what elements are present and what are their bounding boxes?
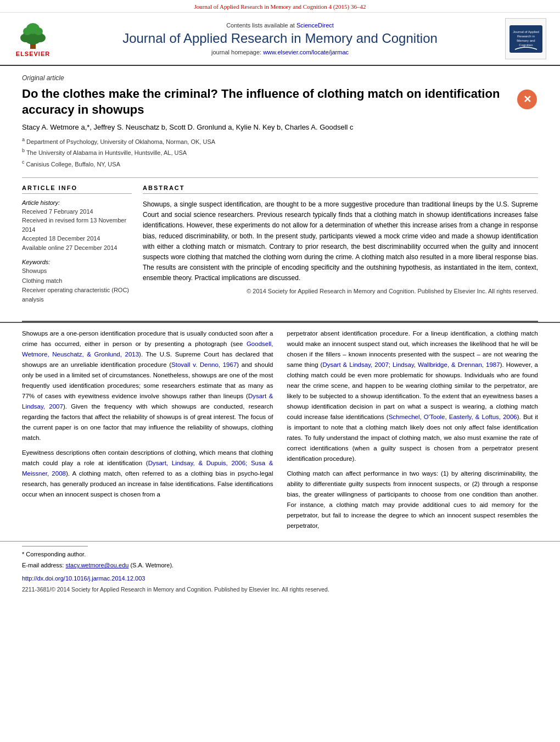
authors-line: Stacy A. Wetmore a,*, Jeffrey S. Neuscha… <box>22 123 538 131</box>
journal-header: ELSEVIER Contents lists available at Sci… <box>0 13 560 66</box>
svg-text:Cognition: Cognition <box>519 43 533 47</box>
online-date: Available online 27 December 2014 <box>22 243 132 253</box>
email-link[interactable]: stacy.wetmore@ou.edu <box>65 562 128 568</box>
article-title: Do the clothes make the criminal? The in… <box>22 86 538 118</box>
svg-text:Memory and: Memory and <box>517 39 535 42</box>
footnotes-section: * Corresponding author. E-mail address: … <box>0 541 560 570</box>
ref-dysart-wallbridge[interactable]: Dysart & Lindsay, 2007; Lindsay, Wallbri… <box>322 361 500 368</box>
body-col-right: perpetrator absent identification proced… <box>287 328 539 535</box>
body-para-2: Eyewitness descriptions often contain de… <box>22 448 273 500</box>
corresponding-author-note: * Corresponding author. <box>22 550 538 559</box>
homepage-line: journal homepage: www.elsevier.com/locat… <box>60 49 500 55</box>
ref-dysart-lindsay[interactable]: Dysart & Lindsay, 2007 <box>22 393 273 410</box>
journal-logo-image: Journal of Applied Research in Memory an… <box>505 18 546 59</box>
article-history-label: Article history: <box>22 199 132 206</box>
journal-logo-icon: Journal of Applied Research in Memory an… <box>509 25 542 53</box>
affiliations-section: a Department of Psychology, University o… <box>22 136 538 169</box>
accepted-date: Accepted 18 December 2014 <box>22 234 132 243</box>
revised-date: Received in revised form 13 November 201… <box>22 216 132 234</box>
article-info-column: ARTICLE INFO Article history: Received 7… <box>22 185 132 305</box>
svg-point-5 <box>23 27 32 35</box>
ref-dysart-dupuis[interactable]: Dysart, Lindsay, & Dupuis, 2006; Susa & … <box>22 460 273 477</box>
contents-available-line: Contents lists available at ScienceDirec… <box>60 22 500 29</box>
received-date: Received 7 February 2014 <box>22 207 132 216</box>
journal-citation-text: Journal of Applied Research in Memory an… <box>194 3 366 10</box>
sciencedirect-link[interactable]: ScienceDirect <box>296 22 334 29</box>
body-para-3: perpetrator absent identification proced… <box>287 328 539 464</box>
abstract-heading: ABSTRACT <box>143 185 538 194</box>
body-text-columns: Showups are a one-person identification … <box>22 328 538 535</box>
article-info-heading: ARTICLE INFO <box>22 185 132 194</box>
affiliation-a: a Department of Psychology, University o… <box>22 136 538 147</box>
journal-logo-box: Journal of Applied Research in Memory an… <box>505 18 549 59</box>
body-para-1: Showups are a one-person identification … <box>22 328 273 443</box>
abstract-column: ABSTRACT Showups, a single suspect ident… <box>143 185 538 305</box>
email-note: E-mail address: stacy.wetmore@ou.edu (S.… <box>22 561 538 570</box>
journal-header-center: Contents lists available at ScienceDirec… <box>60 22 500 55</box>
bottom-copyright-line: 2211-3681/© 2014 Society for Applied Res… <box>0 584 560 594</box>
keyword-2: Clothing match <box>22 276 132 286</box>
abstract-body: Showups, a single suspect identification… <box>143 199 538 284</box>
doi-link[interactable]: http://dx.doi.org/10.1016/j.jarmac.2014.… <box>22 575 145 582</box>
ref-goodsell[interactable]: Goodsell, Wetmore, Neuschatz, & Gronlund… <box>22 341 273 358</box>
doi-line: http://dx.doi.org/10.1016/j.jarmac.2014.… <box>0 572 560 584</box>
elsevier-wordmark: ELSEVIER <box>16 51 50 57</box>
crossmark-icon: ✕ <box>516 88 538 110</box>
journal-name-heading: Journal of Applied Research in Memory an… <box>60 31 500 47</box>
article-section: Original article Do the clothes make the… <box>0 66 560 321</box>
abstract-copyright: © 2014 Society for Applied Research in M… <box>143 288 538 294</box>
body-col-left: Showups are a one-person identification … <box>22 328 273 535</box>
body-text-section: Showups are a one-person identification … <box>0 322 560 540</box>
body-para-4: Clothing match can affect performance in… <box>287 468 539 531</box>
homepage-url-link[interactable]: www.elsevier.com/locate/jarmac <box>263 49 349 55</box>
ref-schmechel[interactable]: Schmechel, O'Toole, Easterly, & Loftus, … <box>389 414 517 420</box>
svg-point-6 <box>34 27 43 35</box>
affiliation-c: c Canisius College, Buffalo, NY, USA <box>22 158 538 169</box>
keyword-1: Showups <box>22 266 132 276</box>
svg-text:Journal of Applied: Journal of Applied <box>513 30 539 34</box>
elsevier-logo: ELSEVIER <box>11 20 55 57</box>
ref-stovall[interactable]: Stovall v. Denno, 1967 <box>171 361 237 368</box>
keyword-3: Receiver operating characteristic (ROC) … <box>22 286 132 304</box>
article-type-label: Original article <box>22 74 538 82</box>
footnote-divider <box>22 546 88 546</box>
info-abstract-row: ARTICLE INFO Article history: Received 7… <box>22 177 538 305</box>
svg-text:✕: ✕ <box>523 94 531 105</box>
journal-citation-bar: Journal of Applied Research in Memory an… <box>0 0 560 13</box>
elsevier-tree-icon <box>14 20 52 51</box>
svg-text:Research in: Research in <box>517 35 534 38</box>
affiliation-b: b The University of Alabama in Huntsvill… <box>22 147 538 158</box>
keywords-label: Keywords: <box>22 259 132 265</box>
